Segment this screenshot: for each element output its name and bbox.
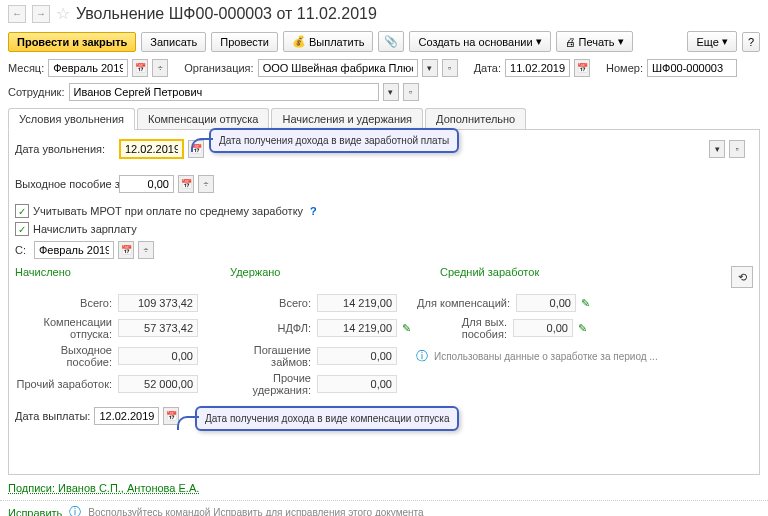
fix-info-icon: ⓘ — [69, 504, 81, 516]
callout-salary-date: Дата получения дохода в виде заработной … — [209, 128, 459, 153]
salary-label: Начислить зарплату — [33, 223, 137, 235]
severance-label: Выходное пособие за: — [15, 178, 115, 190]
mrot-help-icon[interactable]: ? — [310, 205, 317, 217]
ndfl-edit-icon[interactable]: ✎ — [402, 322, 411, 335]
comp-value: 57 373,42 — [118, 319, 198, 337]
number-label: Номер: — [606, 62, 643, 74]
cash-icon: 💰 — [292, 35, 306, 48]
signatures-link[interactable]: Подписи: Иванов С.П., Антонова Е.А. — [8, 482, 199, 494]
print-button[interactable]: 🖨Печать ▾ — [556, 31, 633, 52]
dismiss-date-label: Дата увольнения: — [15, 143, 115, 155]
date-label: Дата: — [474, 62, 501, 74]
other-value: 52 000,00 — [118, 375, 198, 393]
salary-checkbox[interactable] — [15, 222, 29, 236]
nav-back[interactable]: ← — [8, 5, 26, 23]
emp-open[interactable]: ▫ — [403, 83, 419, 101]
number-input[interactable] — [647, 59, 737, 77]
sev-label: Выходное пособие: — [15, 344, 115, 368]
printer-icon: 🖨 — [565, 36, 576, 48]
avg-sev-value: 0,00 — [513, 319, 573, 337]
header-withheld: Удержано — [230, 266, 440, 288]
org-input[interactable] — [258, 59, 418, 77]
attach-button[interactable]: 📎 — [378, 31, 404, 52]
date-input[interactable] — [505, 59, 570, 77]
callout-comp-date: Дата получения дохода в виде компенсации… — [195, 406, 459, 431]
severance-input[interactable] — [119, 175, 174, 193]
severance-spin[interactable]: ÷ — [198, 175, 214, 193]
org-label: Организация: — [184, 62, 253, 74]
other-label: Прочий заработок: — [15, 378, 115, 390]
more-button[interactable]: Еще ▾ — [687, 31, 736, 52]
employee-input[interactable] — [69, 83, 379, 101]
dismiss-date-input[interactable] — [119, 139, 184, 159]
total-label: Всего: — [15, 297, 115, 309]
save-button[interactable]: Записать — [141, 32, 206, 52]
payment-date-input[interactable] — [94, 407, 159, 425]
loan-value: 0,00 — [317, 347, 397, 365]
submit-button[interactable]: Провести — [211, 32, 278, 52]
page-title: Увольнение ШФ00-000003 от 11.02.2019 — [76, 5, 377, 23]
mrot-checkbox[interactable] — [15, 204, 29, 218]
header-avg: Средний заработок — [440, 266, 731, 288]
submit-close-button[interactable]: Провести и закрыть — [8, 32, 136, 52]
basis-dd[interactable]: ▾ — [709, 140, 725, 158]
month-cal-icon[interactable]: 📅 — [132, 59, 148, 77]
org-open[interactable]: ▫ — [442, 59, 458, 77]
payout-button[interactable]: 💰Выплатить — [283, 31, 373, 52]
fix-link[interactable]: Исправить — [8, 507, 62, 517]
fix-hint: Воспользуйтесь командой Исправить для ис… — [88, 507, 423, 516]
other-held-value: 0,00 — [317, 375, 397, 393]
loan-label: Погашение займов: — [224, 344, 314, 368]
basis-open[interactable]: ▫ — [729, 140, 745, 158]
from-label: С: — [15, 244, 30, 256]
help-button[interactable]: ? — [742, 32, 760, 52]
emp-dd[interactable]: ▾ — [383, 83, 399, 101]
avg-info-text: Использованы данные о заработке за перио… — [434, 351, 658, 362]
tab-additional[interactable]: Дополнительно — [425, 108, 526, 129]
from-cal-icon[interactable]: 📅 — [118, 241, 134, 259]
held-total-value: 14 219,00 — [317, 294, 397, 312]
month-spin[interactable]: ÷ — [152, 59, 168, 77]
clip-icon: 📎 — [384, 35, 398, 48]
month-input[interactable] — [48, 59, 128, 77]
from-spin[interactable]: ÷ — [138, 241, 154, 259]
avg-comp-edit-icon[interactable]: ✎ — [581, 297, 590, 310]
org-dd[interactable]: ▾ — [422, 59, 438, 77]
create-based-button[interactable]: Создать на основании ▾ — [409, 31, 550, 52]
date-cal-icon[interactable]: 📅 — [574, 59, 590, 77]
from-input[interactable] — [34, 241, 114, 259]
payment-date-label: Дата выплаты: — [15, 410, 90, 422]
avg-sev-edit-icon[interactable]: ✎ — [578, 322, 587, 335]
avg-comp-value: 0,00 — [516, 294, 576, 312]
other-held-label: Прочие удержания: — [224, 372, 314, 396]
comp-label: Компенсации отпуска: — [15, 316, 115, 340]
held-total-label: Всего: — [224, 297, 314, 309]
employee-label: Сотрудник: — [8, 86, 65, 98]
info-icon: ⓘ — [416, 348, 428, 365]
sev-value: 0,00 — [118, 347, 198, 365]
header-accrued: Начислено — [15, 266, 230, 288]
ndfl-value: 14 219,00 — [317, 319, 397, 337]
avg-comp-label: Для компенсаций: — [413, 297, 513, 309]
month-label: Месяц: — [8, 62, 44, 74]
refresh-button[interactable]: ⟲ — [731, 266, 753, 288]
ndfl-label: НДФЛ: — [224, 322, 314, 334]
total-value: 109 373,42 — [118, 294, 198, 312]
tab-conditions[interactable]: Условия увольнения — [8, 108, 135, 130]
nav-fwd[interactable]: → — [32, 5, 50, 23]
tab-accruals[interactable]: Начисления и удержания — [271, 108, 423, 129]
avg-sev-label: Для вых. пособия: — [414, 316, 510, 340]
severance-calc-icon[interactable]: 📅 — [178, 175, 194, 193]
favorite-icon[interactable]: ☆ — [56, 4, 70, 23]
mrot-label: Учитывать МРОТ при оплате по среднему за… — [33, 205, 303, 217]
tab-compensations[interactable]: Компенсации отпуска — [137, 108, 269, 129]
